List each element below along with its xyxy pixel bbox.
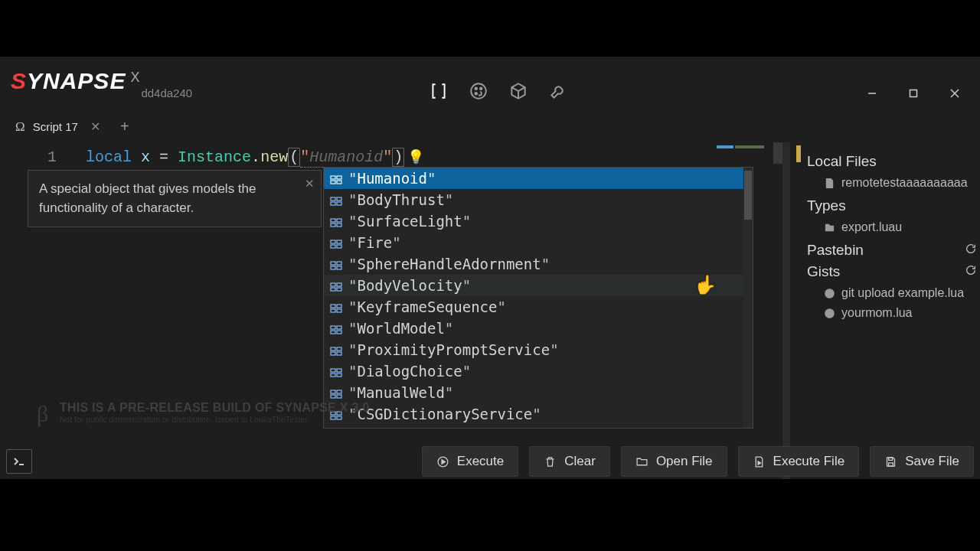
- clear-button[interactable]: Clear: [529, 446, 610, 477]
- suggest-item[interactable]: BodyThrust: [324, 189, 753, 210]
- build-hash: dd4da240: [141, 86, 192, 99]
- watermark-line2: Not for public demonstration or distribu…: [60, 415, 370, 424]
- svg-rect-30: [337, 305, 341, 308]
- suggest-item[interactable]: ManualWeld: [324, 382, 753, 403]
- enum-icon: [330, 365, 342, 377]
- titlebar: SYNAPSE X dd4da240: [0, 57, 980, 110]
- sidebar-pastebin-header[interactable]: Pastebin: [807, 242, 977, 259]
- cube-icon[interactable]: [508, 81, 528, 104]
- svg-rect-17: [331, 240, 335, 243]
- svg-rect-32: [337, 309, 341, 312]
- svg-rect-34: [337, 326, 341, 329]
- enum-icon: [330, 322, 342, 334]
- brand-rest: YNAPSE: [27, 68, 126, 93]
- file-item[interactable]: export.luau: [807, 217, 977, 237]
- tooltip-close-icon[interactable]: ✕: [305, 175, 315, 192]
- gist-item[interactable]: yourmom.lua: [807, 303, 977, 323]
- sidebar-local-header[interactable]: Local Files: [807, 153, 977, 170]
- gist-item[interactable]: git upload example.lua: [807, 283, 977, 303]
- enum-icon: [330, 194, 342, 206]
- svg-rect-8: [337, 181, 341, 184]
- tab-script-17[interactable]: Ω Script 17 ✕: [5, 110, 111, 142]
- svg-rect-33: [331, 326, 335, 329]
- enum-icon: [330, 172, 342, 184]
- svg-rect-39: [331, 352, 335, 355]
- svg-rect-5: [331, 176, 335, 179]
- watermark-line1: THIS IS A PRE-RELEASE BUILD OF SYNAPSE X…: [60, 401, 370, 415]
- tab-omega-icon: Ω: [15, 119, 25, 135]
- enum-icon: [330, 279, 342, 292]
- palette-icon[interactable]: [469, 81, 488, 104]
- wrench-icon[interactable]: [548, 81, 568, 104]
- refresh-icon[interactable]: [965, 263, 977, 280]
- close-button[interactable]: [934, 80, 975, 107]
- svg-rect-46: [337, 390, 341, 393]
- lightbulb-icon[interactable]: 💡: [407, 148, 424, 165]
- suggest-item[interactable]: Humanoid: [324, 168, 753, 189]
- svg-rect-31: [331, 309, 335, 312]
- svg-rect-21: [331, 262, 335, 265]
- svg-rect-23: [331, 266, 335, 269]
- brand-x: X: [130, 70, 139, 86]
- svg-rect-26: [337, 283, 341, 286]
- maximize-button[interactable]: [893, 80, 934, 107]
- new-tab-button[interactable]: +: [111, 118, 139, 135]
- suggest-item[interactable]: WorldModel: [324, 318, 753, 339]
- editor-scrollbar[interactable]: [782, 142, 790, 479]
- tab-close-icon[interactable]: ✕: [90, 119, 100, 134]
- open-file-button[interactable]: Open File: [621, 446, 727, 477]
- enum-icon: [330, 301, 342, 313]
- autocomplete-popup[interactable]: HumanoidBodyThrustSurfaceLightFireSphere…: [323, 167, 753, 429]
- file-item[interactable]: remotetestaaaaaaaaaa: [807, 173, 977, 193]
- console-button[interactable]: [6, 449, 32, 474]
- svg-rect-4: [910, 90, 917, 97]
- suggest-item[interactable]: ProximityPromptService: [324, 339, 753, 360]
- execute-button[interactable]: Execute: [422, 446, 518, 477]
- suggest-item[interactable]: CSGDictionaryService: [324, 403, 753, 425]
- brackets-icon[interactable]: [429, 81, 449, 104]
- brand: SYNAPSE X dd4da240: [11, 68, 192, 99]
- svg-rect-18: [337, 240, 341, 243]
- app-window: SYNAPSE X dd4da240 Ω Script 17 ✕ + 1 loc…: [0, 57, 980, 479]
- enum-icon: [330, 344, 342, 356]
- suggest-scrollbar[interactable]: [743, 168, 753, 428]
- refresh-icon[interactable]: [965, 242, 977, 259]
- window-controls: [851, 80, 975, 107]
- brand-s: S: [11, 68, 27, 93]
- sidebar-types-header[interactable]: Types: [807, 197, 977, 214]
- suggest-item[interactable]: BodyVelocity: [324, 275, 753, 296]
- svg-rect-10: [337, 197, 341, 201]
- minimap[interactable]: [715, 142, 786, 161]
- suggest-item[interactable]: DialogChoice: [324, 360, 753, 382]
- svg-rect-43: [331, 373, 335, 377]
- svg-rect-11: [331, 202, 335, 205]
- suggest-item[interactable]: Fire: [324, 232, 753, 253]
- execute-file-button[interactable]: Execute File: [738, 446, 860, 477]
- code-line: local x = Instance.new("Humanoid")💡: [86, 148, 424, 166]
- sidebar-gists-header[interactable]: Gists: [807, 263, 977, 280]
- svg-rect-15: [331, 223, 335, 227]
- svg-rect-27: [331, 288, 335, 291]
- svg-rect-38: [337, 347, 341, 350]
- save-file-button[interactable]: Save File: [870, 446, 974, 477]
- svg-rect-56: [889, 457, 893, 460]
- svg-rect-25: [331, 283, 335, 286]
- open-paren: (: [288, 148, 300, 167]
- svg-rect-6: [337, 176, 341, 179]
- enum-icon: [330, 258, 342, 270]
- svg-rect-42: [337, 369, 341, 372]
- enum-icon: [330, 215, 342, 227]
- svg-point-1: [475, 87, 477, 90]
- svg-rect-44: [337, 373, 341, 377]
- minimize-button[interactable]: [851, 80, 893, 107]
- svg-rect-19: [331, 245, 335, 248]
- svg-rect-36: [337, 331, 341, 334]
- tabbar: Ω Script 17 ✕ +: [0, 110, 980, 142]
- svg-rect-47: [331, 395, 335, 398]
- suggest-item[interactable]: SurfaceLight: [324, 210, 753, 232]
- svg-rect-29: [331, 305, 335, 308]
- svg-rect-35: [331, 331, 335, 334]
- watermark: β THIS IS A PRE-RELEASE BUILD OF SYNAPSE…: [37, 401, 370, 427]
- suggest-item[interactable]: KeyframeSequence: [324, 296, 753, 318]
- suggest-item[interactable]: SphereHandleAdornment: [324, 253, 753, 275]
